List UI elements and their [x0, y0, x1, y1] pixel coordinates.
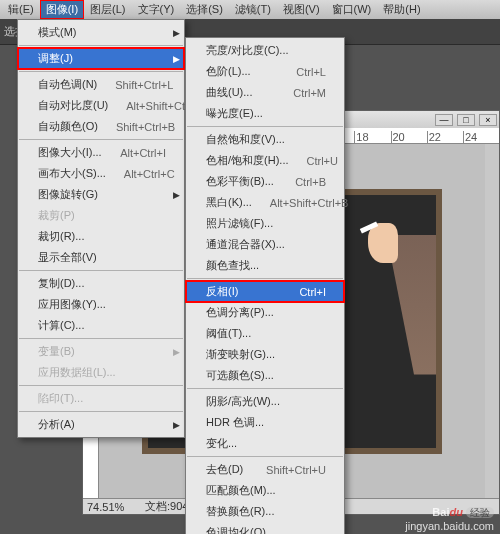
menu-item[interactable]: 色阶(L)...Ctrl+L — [186, 61, 344, 82]
menu-shortcut: Alt+Shift+Ctrl+B — [270, 197, 349, 209]
menu-item[interactable]: 计算(C)... — [18, 315, 184, 336]
menu-shortcut: Ctrl+U — [307, 155, 338, 167]
menu-shortcut: Ctrl+B — [295, 176, 326, 188]
menu-item[interactable]: HDR 色调... — [186, 412, 344, 433]
menu-item[interactable]: 可选颜色(S)... — [186, 365, 344, 386]
menu-shortcut: Ctrl+L — [296, 66, 326, 78]
menu-shortcut: Ctrl+I — [299, 286, 326, 298]
menu-edit[interactable]: 辑(E) — [2, 0, 40, 19]
menu-item: 陷印(T)... — [18, 388, 184, 409]
menu-item[interactable]: 色调分离(P)... — [186, 302, 344, 323]
menu-item[interactable]: 分析(A)▶ — [18, 414, 184, 435]
submenu-arrow-icon: ▶ — [173, 420, 180, 430]
menu-item[interactable]: 自动颜色(O)Shift+Ctrl+B — [18, 116, 184, 137]
menu-item-label: 色彩平衡(B)... — [206, 174, 274, 189]
menu-item[interactable]: 替换颜色(R)... — [186, 501, 344, 522]
submenu-arrow-icon: ▶ — [173, 190, 180, 200]
menu-item-label: 模式(M) — [38, 25, 77, 40]
menu-item-label: 色相/饱和度(H)... — [206, 153, 289, 168]
menubar: 辑(E) 图像(I) 图层(L) 文字(Y) 选择(S) 滤镜(T) 视图(V)… — [0, 0, 500, 19]
menu-item-label: 变化... — [206, 436, 237, 451]
menu-separator — [187, 278, 343, 279]
menu-item-label: 自动色调(N) — [38, 77, 97, 92]
menu-item[interactable]: 颜色查找... — [186, 255, 344, 276]
menu-item[interactable]: 自动对比度(U)Alt+Shift+Ctrl+L — [18, 95, 184, 116]
menu-separator — [19, 411, 183, 412]
menu-item[interactable]: 显示全部(V) — [18, 247, 184, 268]
menu-help[interactable]: 帮助(H) — [377, 0, 426, 19]
menu-item: 裁剪(P) — [18, 205, 184, 226]
menu-shortcut: Shift+Ctrl+B — [116, 121, 175, 133]
menu-item[interactable]: 黑白(K)...Alt+Shift+Ctrl+B — [186, 192, 344, 213]
menu-item-label: 自动对比度(U) — [38, 98, 108, 113]
menu-item-label: 调整(J) — [38, 51, 73, 66]
menu-item-label: 色调分离(P)... — [206, 305, 274, 320]
menu-image[interactable]: 图像(I) — [40, 0, 84, 19]
maximize-button[interactable]: □ — [457, 114, 475, 126]
submenu-arrow-icon: ▶ — [173, 54, 180, 64]
menu-item[interactable]: 阴影/高光(W)... — [186, 391, 344, 412]
menu-separator — [19, 338, 183, 339]
menu-item-label: 亮度/对比度(C)... — [206, 43, 289, 58]
menu-item[interactable]: 自动色调(N)Shift+Ctrl+L — [18, 74, 184, 95]
menu-item-label: 裁剪(P) — [38, 208, 75, 223]
menu-item-label: 曲线(U)... — [206, 85, 252, 100]
menu-item-label: 自然饱和度(V)... — [206, 132, 285, 147]
menu-item[interactable]: 渐变映射(G)... — [186, 344, 344, 365]
menu-item[interactable]: 色相/饱和度(H)...Ctrl+U — [186, 150, 344, 171]
menu-item-label: 色阶(L)... — [206, 64, 251, 79]
menu-item[interactable]: 自然饱和度(V)... — [186, 129, 344, 150]
menu-item[interactable]: 亮度/对比度(C)... — [186, 40, 344, 61]
menu-separator — [19, 270, 183, 271]
menu-view[interactable]: 视图(V) — [277, 0, 326, 19]
menu-item[interactable]: 图像旋转(G)▶ — [18, 184, 184, 205]
menu-item-label: 匹配颜色(M)... — [206, 483, 276, 498]
menu-item[interactable]: 图像大小(I)...Alt+Ctrl+I — [18, 142, 184, 163]
menu-item[interactable]: 反相(I)Ctrl+I — [186, 281, 344, 302]
menu-item[interactable]: 应用图像(Y)... — [18, 294, 184, 315]
menu-item[interactable]: 曲线(U)...Ctrl+M — [186, 82, 344, 103]
menu-layer[interactable]: 图层(L) — [84, 0, 131, 19]
menu-item[interactable]: 画布大小(S)...Alt+Ctrl+C — [18, 163, 184, 184]
menu-item[interactable]: 色彩平衡(B)...Ctrl+B — [186, 171, 344, 192]
menu-item[interactable]: 通道混合器(X)... — [186, 234, 344, 255]
menu-item-label: 应用图像(Y)... — [38, 297, 106, 312]
menu-window[interactable]: 窗口(W) — [326, 0, 378, 19]
menu-item-label: 替换颜色(R)... — [206, 504, 274, 519]
zoom-level[interactable]: 74.51% — [87, 501, 137, 513]
menu-item-label: 反相(I) — [206, 284, 238, 299]
menu-item-label: 显示全部(V) — [38, 250, 97, 265]
menu-separator — [187, 456, 343, 457]
menu-separator — [187, 126, 343, 127]
menu-item[interactable]: 阈值(T)... — [186, 323, 344, 344]
menu-item-label: 可选颜色(S)... — [206, 368, 274, 383]
menu-item-label: 阴影/高光(W)... — [206, 394, 280, 409]
menu-item[interactable]: 匹配颜色(M)... — [186, 480, 344, 501]
menu-item[interactable]: 色调均化(Q) — [186, 522, 344, 534]
menu-item-label: 色调均化(Q) — [206, 525, 266, 534]
menu-item-label: 图像旋转(G) — [38, 187, 98, 202]
menu-item[interactable]: 去色(D)Shift+Ctrl+U — [186, 459, 344, 480]
menu-item: 变量(B)▶ — [18, 341, 184, 362]
menu-item-label: 黑白(K)... — [206, 195, 252, 210]
close-button[interactable]: × — [479, 114, 497, 126]
minimize-button[interactable]: — — [435, 114, 453, 126]
menu-item[interactable]: 调整(J)▶ — [18, 48, 184, 69]
menu-item[interactable]: 复制(D)... — [18, 273, 184, 294]
menu-shortcut: Alt+Ctrl+I — [120, 147, 166, 159]
menu-item[interactable]: 模式(M)▶ — [18, 22, 184, 43]
menu-item[interactable]: 曝光度(E)... — [186, 103, 344, 124]
menu-item-label: 渐变映射(G)... — [206, 347, 275, 362]
menu-type[interactable]: 文字(Y) — [132, 0, 181, 19]
menu-separator — [187, 388, 343, 389]
menu-item[interactable]: 变化... — [186, 433, 344, 454]
menu-item-label: HDR 色调... — [206, 415, 264, 430]
menu-item-label: 图像大小(I)... — [38, 145, 102, 160]
menu-item[interactable]: 裁切(R)... — [18, 226, 184, 247]
menu-item-label: 颜色查找... — [206, 258, 259, 273]
menu-filter[interactable]: 滤镜(T) — [229, 0, 277, 19]
menu-item-label: 阈值(T)... — [206, 326, 251, 341]
menu-select[interactable]: 选择(S) — [180, 0, 229, 19]
menu-item[interactable]: 照片滤镜(F)... — [186, 213, 344, 234]
menu-shortcut: Shift+Ctrl+U — [266, 464, 326, 476]
